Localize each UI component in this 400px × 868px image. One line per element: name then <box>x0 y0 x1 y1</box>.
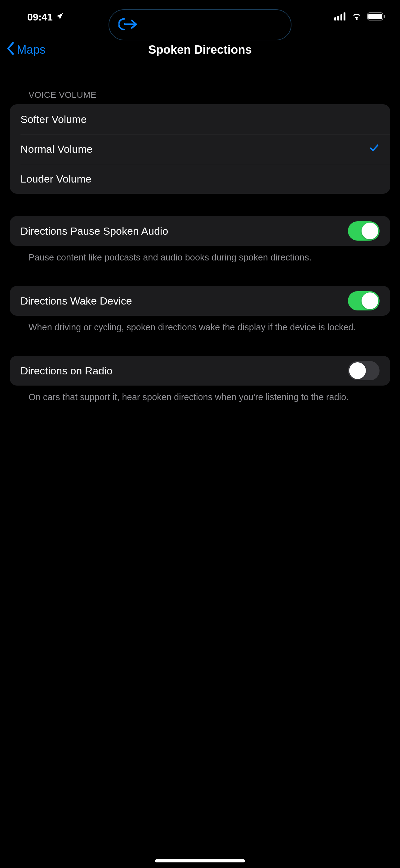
footer-on-radio: On cars that support it, hear spoken dir… <box>29 391 379 403</box>
chevron-left-icon <box>6 42 15 57</box>
group-voice-volume: Softer Volume Normal Volume Louder Volum… <box>10 104 390 194</box>
group-wake-device: Directions Wake Device <box>10 286 390 316</box>
svg-rect-9 <box>384 15 385 18</box>
footer-pause-audio: Pause content like podcasts and audio bo… <box>29 251 379 264</box>
option-label: Louder Volume <box>21 173 92 185</box>
status-time: 09:41 <box>27 11 53 23</box>
group-pause-audio: Directions Pause Spoken Audio <box>10 216 390 246</box>
toggle-switch[interactable] <box>348 221 379 241</box>
status-right <box>334 12 385 22</box>
option-normal-volume[interactable]: Normal Volume <box>10 134 390 164</box>
home-indicator[interactable] <box>155 859 245 862</box>
back-label: Maps <box>17 43 45 57</box>
page-title: Spoken Directions <box>0 43 400 57</box>
checkmark-icon <box>369 143 379 156</box>
row-directions-wake-device[interactable]: Directions Wake Device <box>10 286 390 316</box>
back-button[interactable]: Maps <box>6 42 45 57</box>
cellular-icon <box>334 12 346 22</box>
svg-rect-5 <box>343 12 345 21</box>
location-icon <box>56 11 64 23</box>
island-arrow-icon <box>119 17 140 33</box>
footer-wake-device: When driving or cycling, spoken directio… <box>29 321 379 333</box>
toggle-switch[interactable] <box>348 291 379 310</box>
toggle-switch[interactable] <box>348 361 379 380</box>
row-directions-on-radio[interactable]: Directions on Radio <box>10 356 390 385</box>
status-left: 09:41 <box>27 11 64 23</box>
toggle-label: Directions on Radio <box>21 365 112 377</box>
svg-point-6 <box>356 18 358 20</box>
battery-icon <box>367 12 385 22</box>
row-directions-pause-spoken-audio[interactable]: Directions Pause Spoken Audio <box>10 216 390 246</box>
option-label: Softer Volume <box>21 113 87 125</box>
svg-rect-4 <box>340 14 342 21</box>
toggle-label: Directions Wake Device <box>21 295 132 307</box>
nav-bar: Maps Spoken Directions <box>0 34 400 65</box>
toggle-label: Directions Pause Spoken Audio <box>21 225 168 237</box>
status-bar: 09:41 <box>0 0 400 34</box>
option-label: Normal Volume <box>21 143 92 155</box>
section-header-voice-volume: VOICE VOLUME <box>29 90 390 100</box>
svg-rect-2 <box>334 18 336 21</box>
svg-rect-8 <box>368 14 382 19</box>
option-softer-volume[interactable]: Softer Volume <box>10 104 390 134</box>
wifi-icon <box>351 12 362 22</box>
svg-rect-3 <box>337 16 339 21</box>
option-louder-volume[interactable]: Louder Volume <box>10 164 390 194</box>
group-on-radio: Directions on Radio <box>10 356 390 385</box>
